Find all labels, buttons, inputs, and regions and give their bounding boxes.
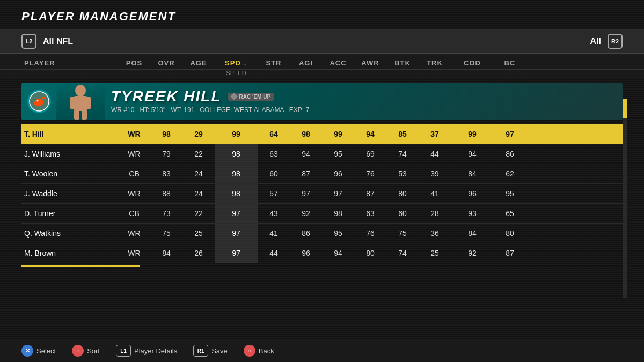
table-cell: D. Turner — [21, 204, 118, 223]
table-cell: 88 — [150, 184, 182, 203]
scrollbar-thumb[interactable] — [623, 99, 627, 118]
table-row[interactable]: J. WilliamsWR7922986394956974449486 — [21, 144, 623, 164]
table-cell: 97 — [322, 184, 354, 203]
table-cell: 84 — [451, 164, 494, 183]
table-cell: 74 — [386, 144, 419, 164]
table-cell: 63 — [258, 144, 290, 164]
r2-button[interactable]: R2 — [608, 34, 623, 49]
table-cell: 80 — [494, 224, 526, 243]
table-cell: 80 — [354, 243, 386, 263]
table-cell: 98 — [322, 204, 354, 223]
player-badge: RAC 'EM UP — [228, 93, 274, 101]
table-cell: T. Hill — [21, 124, 118, 144]
filter-label[interactable]: All NFL — [43, 36, 73, 46]
scrollbar-track[interactable] — [623, 99, 627, 298]
bottom-action-save[interactable]: R1Save — [193, 345, 228, 357]
btn-icon: ○ — [244, 345, 255, 357]
table-cell: 76 — [354, 164, 386, 183]
table-cell: T. Woolen — [21, 164, 118, 183]
table-cell: 97 — [494, 124, 526, 144]
bottom-action-player-details[interactable]: L1Player Details — [116, 345, 177, 357]
table-cell: 76 — [354, 224, 386, 243]
svg-rect-8 — [74, 110, 79, 120]
table-cell: CB — [118, 164, 150, 183]
action-label: Select — [36, 347, 56, 355]
table-cell: 53 — [386, 164, 419, 183]
table-row[interactable]: J. WaddleWR8824985797978780419695 — [21, 184, 623, 204]
svg-point-4 — [75, 85, 86, 97]
table-cell: 63 — [354, 204, 386, 223]
table-cell: 87 — [494, 243, 526, 263]
col-age[interactable]: AGE — [182, 54, 215, 69]
action-label: Save — [211, 347, 228, 355]
table-cell: 86 — [290, 224, 322, 243]
table-cell: M. Brown — [21, 243, 118, 263]
bottom-action-sort[interactable]: ○Sort — [72, 345, 100, 357]
table-row[interactable]: Q. WatkinsWR7525974186957675368480 — [21, 224, 623, 243]
svg-rect-9 — [82, 110, 87, 120]
bottom-bar: ✕Select○SortL1Player DetailsR1Save○Back — [0, 339, 644, 362]
col-spd[interactable]: SPD — [215, 54, 258, 69]
svg-rect-6 — [70, 97, 75, 109]
table-row[interactable]: T. HillWR9829996498999485379997 — [21, 124, 623, 144]
table-cell: 44 — [258, 243, 290, 263]
col-awr[interactable]: AWR — [354, 54, 386, 69]
table-cell: 95 — [494, 184, 526, 203]
player-details: WR #10 HT: 5'10" WT: 191 COLLEGE: WEST A… — [111, 106, 616, 114]
bottom-action-back[interactable]: ○Back — [244, 345, 274, 357]
table-cell: 92 — [290, 204, 322, 223]
table-cell: 74 — [386, 243, 419, 263]
table-cell: WR — [118, 243, 150, 263]
btn-icon: ○ — [72, 345, 84, 357]
action-label: Player Details — [134, 347, 177, 355]
col-player[interactable]: PLAYER — [21, 54, 118, 69]
table-cell: 94 — [354, 124, 386, 144]
table-cell: 29 — [182, 124, 215, 144]
player-image — [56, 83, 105, 120]
table-cell: 85 — [386, 124, 419, 144]
top-bar: L2 All NFL All R2 — [0, 29, 644, 54]
table-cell: 98 — [290, 124, 322, 144]
table-cell: 22 — [182, 144, 215, 164]
all-label: All — [590, 36, 601, 46]
table-cell: Q. Watkins — [21, 224, 118, 243]
table-cell: 28 — [419, 204, 451, 223]
col-bc[interactable]: BC — [494, 54, 526, 69]
table-cell: 84 — [451, 224, 494, 243]
table-cell: 83 — [150, 164, 182, 183]
table-cell: 41 — [419, 184, 451, 203]
table-cell: 99 — [322, 124, 354, 144]
table-cell: 79 — [150, 144, 182, 164]
svg-rect-7 — [86, 97, 91, 109]
team-logo-area — [21, 83, 56, 120]
table-cell: WR — [118, 224, 150, 243]
table-cell: 80 — [386, 184, 419, 203]
col-acc[interactable]: ACC — [322, 54, 354, 69]
player-card-info: TYREEK HILL RAC 'EM UP WR #10 HT: 5'10" … — [105, 85, 623, 118]
col-ovr[interactable]: OVR — [150, 54, 182, 69]
table-cell: 98 — [215, 164, 258, 183]
col-agi[interactable]: AGI — [290, 54, 322, 69]
badge-diamond-icon — [230, 93, 237, 100]
table-cell: WR — [118, 124, 150, 144]
table-cell: 25 — [182, 224, 215, 243]
bottom-action-select[interactable]: ✕Select — [21, 345, 56, 357]
table-cell: 43 — [258, 204, 290, 223]
table-row[interactable]: M. BrownWR8426974496948074259287 — [21, 243, 623, 263]
col-str[interactable]: STR — [258, 54, 290, 69]
table-cell: 99 — [451, 124, 494, 144]
table-cell: 93 — [451, 204, 494, 223]
table-cell: 96 — [451, 184, 494, 203]
player-card: TYREEK HILL RAC 'EM UP WR #10 HT: 5'10" … — [21, 83, 623, 120]
l2-button[interactable]: L2 — [21, 34, 36, 49]
col-trk[interactable]: TRK — [419, 54, 451, 69]
table-cell: 84 — [150, 243, 182, 263]
col-btk[interactable]: BTK — [386, 54, 419, 69]
table-cell: 97 — [215, 204, 258, 223]
col-cod[interactable]: COD — [451, 54, 494, 69]
col-pos[interactable]: POS — [118, 54, 150, 69]
svg-point-3 — [36, 100, 38, 102]
table-row[interactable]: D. TurnerCB7322974392986360289365 — [21, 204, 623, 224]
table-cell: 65 — [494, 204, 526, 223]
table-row[interactable]: T. WoolenCB8324986087967653398462 — [21, 164, 623, 184]
